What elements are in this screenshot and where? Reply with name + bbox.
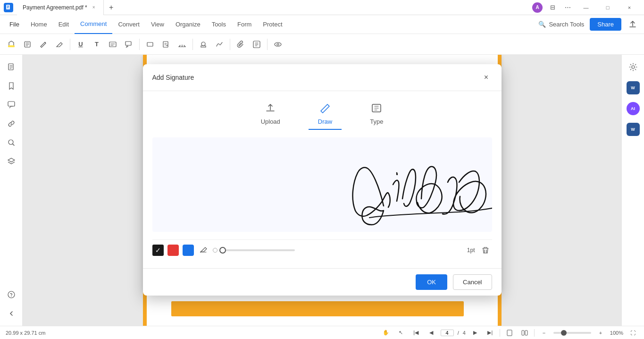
word-icon-2: W	[631, 127, 635, 132]
menu-view[interactable]: View	[145, 15, 170, 34]
stamp-tool[interactable]	[196, 37, 211, 52]
restore-window-button[interactable]: ⊟	[545, 0, 560, 15]
sidebar-bookmarks[interactable]	[3, 77, 20, 94]
prev-page-btn[interactable]: ◀	[426, 327, 437, 339]
eraser-button[interactable]	[198, 245, 209, 256]
right-settings-button[interactable]	[625, 59, 642, 76]
clear-button[interactable]	[479, 244, 492, 257]
sidebar-help[interactable]	[3, 286, 20, 303]
zoom-out-btn[interactable]: −	[538, 327, 550, 339]
sidebar-layers[interactable]	[3, 153, 20, 170]
thickness-value: 1pt	[467, 247, 475, 254]
signature-tool[interactable]	[212, 37, 227, 52]
modal-close-button[interactable]: ×	[481, 72, 492, 83]
modal-toolbar: ✓ 1pt	[152, 239, 492, 261]
red-color-swatch[interactable]	[167, 245, 179, 256]
next-page-btn[interactable]: ▶	[469, 327, 481, 339]
ai-button[interactable]: AI	[625, 100, 642, 117]
tab-draw[interactable]: Draw	[309, 99, 342, 130]
menu-organize[interactable]: Organize	[170, 15, 206, 34]
word-plugin-button[interactable]: W	[625, 79, 642, 96]
callout-tool[interactable]	[121, 37, 136, 52]
document-area: By: Date: Add Signature ×	[23, 55, 621, 326]
measure-tool[interactable]	[175, 37, 190, 52]
page-total: 4	[463, 330, 466, 336]
svg-point-17	[8, 291, 15, 298]
search-tools-button[interactable]: 🔍 Search Tools	[533, 19, 590, 30]
profile-avatar[interactable]: A	[530, 0, 545, 15]
more-options-button[interactable]: ⋯	[560, 0, 575, 15]
menu-tools[interactable]: Tools	[206, 15, 232, 34]
single-page-view[interactable]	[504, 327, 515, 339]
minimize-button[interactable]: —	[575, 0, 597, 15]
text-tool[interactable]: T	[89, 37, 104, 52]
word-plugin2-button[interactable]: W	[625, 121, 642, 138]
ok-button[interactable]: OK	[416, 274, 447, 290]
cursor-tool-btn[interactable]: ↖	[395, 327, 407, 339]
menu-comment[interactable]: Comment	[75, 15, 112, 34]
pencil-tool[interactable]	[36, 37, 51, 52]
note-tool[interactable]	[159, 37, 174, 52]
menu-edit[interactable]: Edit	[53, 15, 75, 34]
svg-rect-2	[7, 7, 9, 7]
document-tab[interactable]: Payment Agreement.pdf * ×	[17, 0, 104, 15]
menu-home[interactable]: Home	[25, 15, 53, 34]
menu-convert[interactable]: Convert	[112, 15, 145, 34]
new-tab-button[interactable]: +	[104, 0, 119, 15]
svg-point-12	[275, 42, 281, 46]
close-window-button[interactable]: ×	[619, 0, 640, 15]
menu-file[interactable]: File	[4, 15, 25, 34]
textbox-tool[interactable]	[105, 37, 120, 52]
last-page-btn[interactable]: ▶|	[485, 327, 496, 339]
sidebar-prev-page[interactable]	[3, 305, 20, 322]
draw-tab-label: Draw	[318, 118, 332, 125]
sidebar-comments[interactable]	[3, 96, 20, 113]
modal-body: ✓ 1pt	[143, 134, 502, 268]
thickness-slider[interactable]	[219, 249, 295, 251]
edit-tool[interactable]	[249, 37, 264, 52]
eraser-tool[interactable]	[52, 37, 67, 52]
ai-icon: AI	[631, 106, 635, 111]
blue-color-swatch[interactable]	[183, 245, 194, 256]
svg-rect-8	[147, 42, 153, 46]
svg-rect-1	[7, 6, 9, 6]
svg-rect-4	[8, 45, 15, 47]
hand-tool-btn[interactable]: ✋	[380, 327, 392, 339]
type-tab-label: Type	[370, 118, 383, 125]
tab-area: Payment Agreement.pdf * × +	[17, 0, 119, 15]
cancel-button[interactable]: Cancel	[453, 274, 492, 290]
tab-upload[interactable]: Upload	[251, 99, 290, 130]
toolbar-separator-4	[230, 39, 230, 50]
attachment-tool[interactable]	[233, 37, 248, 52]
search-icon: 🔍	[538, 21, 546, 28]
fit-page-view[interactable]	[519, 327, 530, 339]
word-icon: W	[631, 85, 635, 90]
svg-rect-3	[7, 8, 8, 8]
sidebar-pages[interactable]	[3, 59, 20, 76]
svg-point-18	[11, 296, 11, 297]
underline-tool[interactable]: U	[73, 37, 88, 52]
fullscreen-btn[interactable]: ⛶	[627, 327, 638, 339]
menu-protect[interactable]: Protect	[257, 15, 288, 34]
menu-form[interactable]: Form	[232, 15, 257, 34]
type-tab-icon	[371, 102, 382, 116]
upload-button[interactable]	[625, 17, 640, 32]
black-color-swatch[interactable]: ✓	[152, 245, 164, 256]
share-button[interactable]: Share	[590, 18, 621, 31]
page-number-input[interactable]	[441, 330, 454, 336]
upload-tab-icon	[265, 102, 276, 116]
signature-canvas[interactable]	[152, 137, 492, 232]
zoom-in-btn[interactable]: +	[595, 327, 606, 339]
tab-close-button[interactable]: ×	[90, 4, 98, 11]
zoom-slider[interactable]	[553, 332, 591, 334]
text-select-tool[interactable]	[20, 37, 35, 52]
sidebar-links[interactable]	[3, 115, 20, 132]
preview-tool[interactable]	[270, 37, 285, 52]
rectangle-tool[interactable]	[142, 37, 158, 52]
first-page-btn[interactable]: |◀	[410, 327, 422, 339]
maximize-button[interactable]: □	[597, 0, 619, 15]
check-icon: ✓	[155, 246, 161, 254]
highlight-tool[interactable]	[4, 37, 19, 52]
tab-type[interactable]: Type	[360, 99, 393, 130]
sidebar-search[interactable]	[3, 134, 20, 151]
